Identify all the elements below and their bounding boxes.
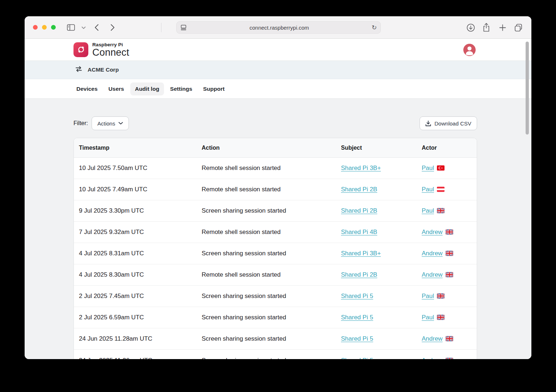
action-cell: Remote shell session started xyxy=(202,271,341,278)
timestamp-cell: 24 Jun 2025 11.28am UTC xyxy=(79,335,202,342)
table-row: 9 Jul 2025 3.30pm UTC Screen sharing ses… xyxy=(74,200,477,222)
audit-table-body: 10 Jul 2025 7.50am UTC Remote shell sess… xyxy=(74,158,477,359)
actor-link[interactable]: Andrew xyxy=(422,250,443,257)
audit-log-page: Filter: Actions Download CSV Timestamp xyxy=(25,99,531,359)
column-header-subject: Subject xyxy=(341,145,422,151)
timestamp-cell: 10 Jul 2025 7.50am UTC xyxy=(79,165,202,172)
actor-link[interactable]: Andrew xyxy=(422,271,443,278)
actor-link[interactable]: Paul xyxy=(422,186,434,193)
subject-link[interactable]: Shared Pi 3B+ xyxy=(341,250,381,257)
table-row: 2 Jul 2025 7.45am UTC Screen sharing ses… xyxy=(74,286,477,307)
actor-link[interactable]: Andrew xyxy=(422,335,443,342)
traffic-lights xyxy=(33,25,56,30)
minimize-window-button[interactable] xyxy=(42,25,47,30)
main-nav: Devices Users Audit log Settings Support xyxy=(25,79,531,99)
raspberry-pi-connect-logo[interactable]: Raspberry Pi Connect xyxy=(73,42,129,57)
filter-label: Filter: xyxy=(73,120,88,127)
subject-link[interactable]: Shared Pi 2B xyxy=(341,186,377,193)
action-cell: Screen sharing session started xyxy=(202,335,341,342)
address-bar[interactable]: connect.raspberrypi.com ↻ xyxy=(176,21,381,34)
subject-link[interactable]: Shared Pi 5 xyxy=(341,335,373,342)
switch-org-icon xyxy=(75,66,82,73)
subject-link[interactable]: Shared Pi 5 xyxy=(341,357,373,359)
zoom-window-button[interactable] xyxy=(51,25,56,30)
uk-flag-icon xyxy=(446,251,453,256)
timestamp-cell: 4 Jul 2025 8.31am UTC xyxy=(79,250,202,257)
subject-link[interactable]: Shared Pi 5 xyxy=(341,293,373,299)
action-cell: Remote shell session started xyxy=(202,229,341,236)
subject-link[interactable]: Shared Pi 5 xyxy=(341,314,373,321)
uk-flag-icon xyxy=(446,358,453,359)
close-window-button[interactable] xyxy=(33,25,38,30)
timestamp-cell: 2 Jul 2025 7.45am UTC xyxy=(79,293,202,300)
actions-filter-dropdown[interactable]: Actions xyxy=(92,116,129,130)
nav-item-support[interactable]: Support xyxy=(198,82,229,95)
org-name: ACME Corp xyxy=(88,67,119,73)
forward-button[interactable] xyxy=(110,24,115,31)
filter-row: Filter: Actions Download CSV xyxy=(73,99,477,130)
timestamp-cell: 2 Jul 2025 6.59am UTC xyxy=(79,314,202,321)
new-tab-icon[interactable] xyxy=(499,24,506,31)
uk-flag-icon xyxy=(437,315,445,320)
download-csv-label: Download CSV xyxy=(434,120,471,127)
actor-link[interactable]: Paul xyxy=(422,293,434,299)
download-icon xyxy=(425,120,431,127)
org-switcher-bar[interactable]: ACME Corp xyxy=(25,61,531,79)
connect-logo-icon xyxy=(73,42,88,57)
table-header-row: Timestamp Action Subject Actor xyxy=(74,138,477,158)
back-button[interactable] xyxy=(94,24,99,31)
tab-overview-icon[interactable] xyxy=(514,23,523,32)
actor-link[interactable]: Andrew xyxy=(422,357,443,359)
column-header-action: Action xyxy=(202,145,341,151)
actor-link[interactable]: Andrew xyxy=(422,229,443,235)
url-text: connect.raspberrypi.com xyxy=(187,25,372,31)
downloads-icon[interactable] xyxy=(467,24,475,32)
nav-item-devices[interactable]: Devices xyxy=(72,82,102,95)
subject-link[interactable]: Shared Pi 3B+ xyxy=(341,165,381,171)
austria-flag-icon xyxy=(437,187,445,192)
timestamp-cell: 7 Jul 2025 9.32am UTC xyxy=(79,229,202,236)
app-header: Raspberry Pi Connect xyxy=(25,39,531,61)
subject-link[interactable]: Shared Pi 2B xyxy=(341,207,377,214)
browser-window: connect.raspberrypi.com ↻ xyxy=(25,16,531,359)
nav-item-users[interactable]: Users xyxy=(104,82,129,95)
table-row: 24 Jun 2025 11.26am UTC Screen sharing s… xyxy=(74,350,477,359)
actor-link[interactable]: Paul xyxy=(422,165,434,171)
download-csv-button[interactable]: Download CSV xyxy=(420,116,477,130)
uk-flag-icon xyxy=(446,272,453,277)
action-cell: Remote shell session started xyxy=(202,165,341,172)
reload-icon[interactable]: ↻ xyxy=(372,24,377,31)
table-row: 2 Jul 2025 6.59am UTC Screen sharing ses… xyxy=(74,307,477,328)
timestamp-cell: 9 Jul 2025 3.30pm UTC xyxy=(79,207,202,214)
action-cell: Screen sharing session started xyxy=(202,207,341,214)
actions-filter-label: Actions xyxy=(97,120,115,127)
actor-link[interactable]: Paul xyxy=(422,207,434,214)
user-avatar[interactable] xyxy=(463,44,476,56)
audit-log-table: Timestamp Action Subject Actor 10 Jul 20… xyxy=(73,138,477,359)
sidebar-chevron-down-icon[interactable] xyxy=(81,26,86,29)
page-scrollbar-thumb[interactable] xyxy=(526,42,529,135)
brand-raspberry-pi: Raspberry Pi xyxy=(92,42,129,47)
brand-connect: Connect xyxy=(92,48,129,57)
subject-link[interactable]: Shared Pi 2B xyxy=(341,271,377,278)
turkey-flag-icon xyxy=(437,165,445,171)
timestamp-cell: 24 Jun 2025 11.26am UTC xyxy=(79,357,202,359)
column-header-timestamp: Timestamp xyxy=(79,145,202,151)
website-settings-icon[interactable] xyxy=(180,25,187,30)
uk-flag-icon xyxy=(446,336,453,341)
brand-text: Raspberry Pi Connect xyxy=(92,42,129,57)
table-row: 4 Jul 2025 8.31am UTC Screen sharing ses… xyxy=(74,243,477,264)
share-icon[interactable] xyxy=(483,23,490,32)
nav-item-audit-log[interactable]: Audit log xyxy=(130,82,164,95)
nav-item-settings[interactable]: Settings xyxy=(165,82,197,95)
table-row: 7 Jul 2025 9.32am UTC Remote shell sessi… xyxy=(74,222,477,243)
actor-link[interactable]: Paul xyxy=(422,314,434,321)
table-row: 10 Jul 2025 7.49am UTC Remote shell sess… xyxy=(74,179,477,200)
action-cell: Screen sharing session started xyxy=(202,250,341,257)
action-cell: Screen sharing session started xyxy=(202,314,341,321)
timestamp-cell: 10 Jul 2025 7.49am UTC xyxy=(79,186,202,193)
action-cell: Screen sharing session started xyxy=(202,293,341,300)
uk-flag-icon xyxy=(437,208,445,213)
subject-link[interactable]: Shared Pi 4B xyxy=(341,229,377,235)
sidebar-toggle-icon[interactable] xyxy=(67,24,75,31)
